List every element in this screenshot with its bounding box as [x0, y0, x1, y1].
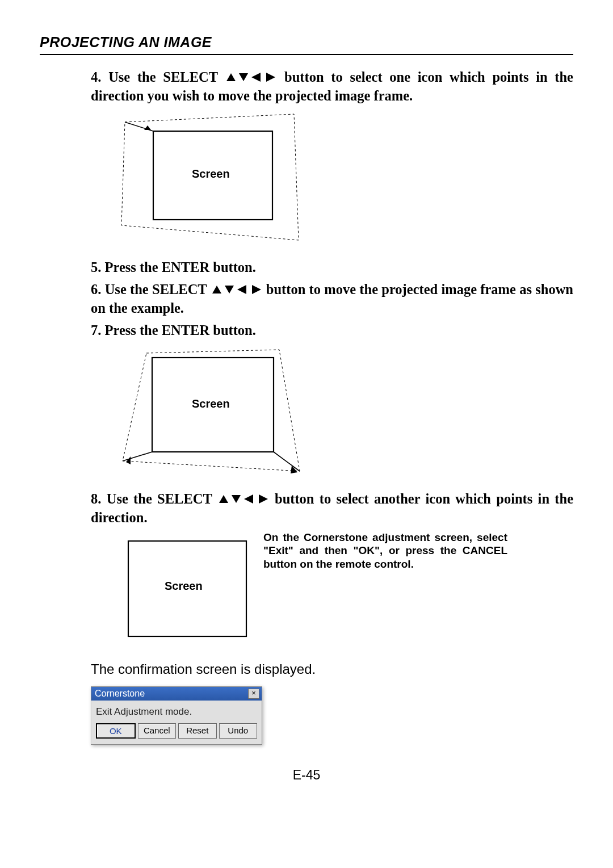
svg-marker-21: [259, 494, 268, 504]
side-note: On the Cornerstone adjustment screen, se…: [263, 531, 507, 571]
svg-marker-3: [266, 73, 275, 82]
page-number: E-45: [40, 768, 573, 783]
figure-3: Screen: [125, 538, 250, 642]
svg-marker-7: [144, 125, 151, 130]
dialog-title: Cornerstone: [95, 689, 145, 699]
screen-label-2: Screen: [192, 397, 230, 410]
svg-line-14: [123, 452, 152, 461]
figure-2: Screen: [118, 345, 573, 478]
step-7: 7. Press the ENTER button.: [91, 321, 573, 339]
step-4-pre: Use the SELECT: [108, 69, 225, 85]
section-title: PROJECTING AN IMAGE: [40, 34, 573, 51]
confirmation-text: The confirmation screen is displayed.: [91, 661, 573, 677]
cancel-button[interactable]: Cancel: [138, 723, 177, 739]
select-arrows-icon: [217, 491, 275, 506]
step-4: 4. Use the SELECT button to select one i…: [91, 68, 573, 105]
step-6: 6. Use the SELECT button to move the pro…: [91, 280, 573, 317]
svg-marker-8: [212, 286, 221, 293]
select-arrows-icon: [211, 282, 266, 297]
step-6-pre: Use the SELECT: [105, 282, 211, 297]
divider: [40, 54, 573, 55]
svg-marker-1: [239, 73, 248, 81]
svg-marker-18: [219, 495, 228, 503]
screen-label-1: Screen: [192, 167, 230, 180]
undo-button[interactable]: Undo: [219, 723, 258, 739]
svg-marker-9: [225, 286, 234, 293]
svg-marker-20: [244, 494, 253, 504]
cornerstone-dialog: Cornerstone × Exit Adjustment mode. OK C…: [91, 686, 262, 745]
svg-marker-0: [226, 73, 236, 81]
reset-button[interactable]: Reset: [178, 723, 217, 739]
svg-marker-2: [251, 73, 261, 82]
step-7-text: Press the ENTER button.: [105, 322, 256, 338]
figure-1: Screen: [118, 111, 573, 246]
step-4-number: 4.: [91, 69, 101, 85]
step-5: 5. Press the ENTER button.: [91, 258, 573, 276]
step-5-number: 5.: [91, 259, 101, 275]
step-8-pre: Use the SELECT: [107, 491, 217, 506]
step-8: 8. Use the SELECT button to select anoth…: [91, 489, 573, 527]
svg-marker-15: [126, 456, 131, 464]
screen-label-3: Screen: [165, 580, 203, 592]
step-5-text: Press the ENTER button.: [105, 259, 256, 275]
step-6-number: 6.: [91, 282, 101, 297]
close-icon[interactable]: ×: [248, 689, 259, 699]
step-8-number: 8.: [91, 491, 101, 506]
select-arrows-icon: [225, 69, 284, 85]
step-7-number: 7.: [91, 322, 101, 338]
svg-marker-10: [237, 285, 246, 294]
ok-button[interactable]: OK: [96, 723, 136, 739]
svg-line-16: [274, 452, 300, 471]
svg-marker-11: [252, 285, 261, 294]
svg-marker-19: [232, 495, 241, 503]
dialog-body: Exit Adjustment mode.: [91, 701, 262, 723]
